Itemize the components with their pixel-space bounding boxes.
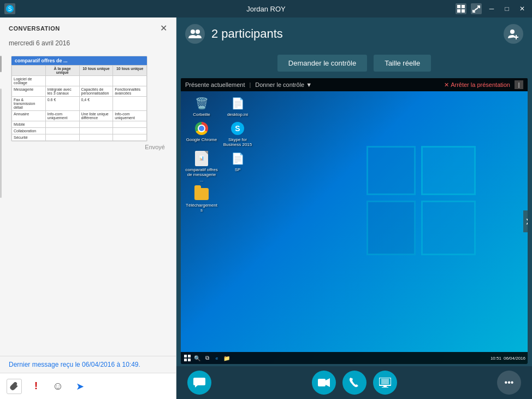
close-conversation-button[interactable]: ✕ <box>160 24 167 33</box>
participants-bar: 2 participants <box>176 17 532 50</box>
desktop-icon-comparatif: 📊 comparatif offres de messagerie ... <box>185 151 218 183</box>
svg-point-7 <box>196 30 200 34</box>
participants-left: 2 participants <box>185 24 283 44</box>
win-pane-tr <box>421 146 476 195</box>
sp-icon: 📄 <box>230 151 245 166</box>
telechargements-icon <box>194 186 209 202</box>
conversation-header: CONVERSATION ✕ <box>0 17 176 37</box>
right-panel: 2 participants Demander le contrôle Tail… <box>176 17 532 399</box>
svg-rect-10 <box>188 355 191 357</box>
desktop-icon-desktop-ini: 📄 desktop.ini <box>221 96 254 118</box>
comparatif-icon: 📊 <box>194 151 209 166</box>
task-view-icon[interactable]: ⧉ <box>203 354 211 362</box>
toolbar-separator: | <box>249 81 251 88</box>
desktop-icon-telechargements: Téléchargements <box>185 186 218 213</box>
titlebar: S Jordan ROY ─ □ ✕ <box>0 0 532 17</box>
svg-rect-3 <box>462 5 465 8</box>
bottom-center <box>312 371 397 395</box>
desktop-preview: 🗑️ Corbeille 📄 desktop.ini <box>181 91 528 364</box>
win-pane-br <box>421 201 476 255</box>
svg-rect-9 <box>184 355 187 357</box>
conversation-title: CONVERSATION <box>9 25 60 32</box>
phone-button[interactable] <box>342 371 367 395</box>
more-dots: ••• <box>505 378 514 388</box>
titlebar-left: S <box>4 3 15 14</box>
attachment-title: comparatif offres de ... <box>11 56 147 65</box>
more-button[interactable]: ••• <box>497 371 521 395</box>
send-button[interactable]: ➤ <box>72 379 87 394</box>
svg-rect-13 <box>318 379 326 386</box>
sent-label: Envoyé <box>7 144 169 150</box>
svg-point-8 <box>510 30 515 34</box>
comparatif-label: comparatif offres de messagerie ... <box>185 167 218 183</box>
taskbar-date: 06/04/2016 <box>504 356 525 361</box>
chrome-label: Google Chrome <box>186 137 217 143</box>
svg-rect-16 <box>381 379 389 384</box>
close-button[interactable]: ✕ <box>517 3 528 14</box>
win-pane-tl <box>367 146 416 195</box>
skype-icon: S <box>230 121 245 136</box>
add-participant-button[interactable] <box>504 24 523 44</box>
desktop-icon-chrome: Google Chrome <box>185 121 218 148</box>
stop-presentation-button[interactable]: ✕ Arrêter la présentation <box>444 81 510 89</box>
side-collapse-handle[interactable]: ❯ <box>523 210 528 232</box>
chrome-icon <box>194 121 209 136</box>
video-button[interactable] <box>312 371 336 395</box>
emoji-button[interactable]: ☺ <box>50 379 66 394</box>
file-explorer-icon[interactable]: 📁 <box>222 354 231 362</box>
real-size-button[interactable]: Taille réelle <box>374 55 431 72</box>
taskbar: 🔍 ⧉ e 📁 10:51 06/04/2016 <box>181 352 528 364</box>
svg-rect-2 <box>457 5 460 8</box>
window-controls: ─ □ ✕ <box>456 3 528 14</box>
win-pane-bl <box>367 201 416 255</box>
svg-rect-4 <box>457 9 460 13</box>
message-item: comparatif offres de ... À la page uniqu… <box>7 56 169 150</box>
sp-label: SP <box>235 167 241 173</box>
pin-button[interactable]: | <box>515 80 523 89</box>
skype-app-icon: S <box>4 3 15 14</box>
restore-button[interactable]: □ <box>501 3 512 14</box>
attachment-table: À la page unique 10 tous unique 10 tous … <box>11 65 147 141</box>
screen-share-area: Présente actuellement | Donner le contrô… <box>181 78 528 364</box>
input-bar: ! ☺ ➤ <box>0 373 176 399</box>
expand-icon[interactable] <box>471 3 482 14</box>
control-buttons: Demander le contrôle Taille réelle <box>176 50 532 76</box>
svg-rect-18 <box>382 387 388 388</box>
corbeille-label: Corbeille <box>193 112 210 118</box>
skype-label: Skype for Business 2015 <box>221 137 254 148</box>
give-control-label[interactable]: Donner le contrôle ▼ <box>255 81 312 88</box>
participants-count: 2 participants <box>211 27 283 41</box>
screen-share-button[interactable] <box>373 371 397 395</box>
screen-toolbar: Présente actuellement | Donner le contrô… <box>181 78 528 91</box>
last-message: Dernier message reçu le 06/04/2016 à 10:… <box>0 356 176 373</box>
importance-button[interactable]: ! <box>28 379 44 394</box>
desktop-icon-sp: 📄 SP <box>221 151 254 183</box>
svg-text:S: S <box>8 6 12 12</box>
grid-icon[interactable] <box>456 3 466 14</box>
left-panel: CONVERSATION ✕ mercredi 6 avril 2016 com… <box>0 17 176 399</box>
minimize-button[interactable]: ─ <box>486 3 497 14</box>
svg-rect-17 <box>383 385 387 387</box>
desktop-icon-skype: S Skype for Business 2015 <box>221 121 254 148</box>
chat-area: comparatif offres de ... À la page uniqu… <box>0 51 176 356</box>
desktop-ini-icon: 📄 <box>230 96 245 111</box>
desktop-ini-label: desktop.ini <box>227 112 248 118</box>
taskbar-right: 10:51 06/04/2016 <box>490 356 525 361</box>
start-button[interactable] <box>183 354 192 362</box>
svg-marker-14 <box>326 378 330 387</box>
request-control-button[interactable]: Demander le contrôle <box>277 55 367 72</box>
svg-point-6 <box>191 30 195 34</box>
search-taskbar-icon[interactable]: 🔍 <box>193 354 202 362</box>
attachment-button[interactable] <box>7 379 22 394</box>
message-attachment[interactable]: comparatif offres de ... À la page uniqu… <box>11 56 147 142</box>
participants-icon <box>185 24 205 44</box>
corbeille-icon: 🗑️ <box>194 96 209 111</box>
chat-button[interactable] <box>187 371 211 395</box>
svg-rect-12 <box>188 359 191 361</box>
ie-icon[interactable]: e <box>212 354 221 362</box>
svg-rect-5 <box>462 9 465 13</box>
windows-logo <box>367 146 476 255</box>
date-label: mercredi 6 avril 2016 <box>0 37 176 51</box>
desktop-icon-corbeille: 🗑️ Corbeille <box>185 96 218 118</box>
taskbar-time: 10:51 <box>490 356 501 361</box>
